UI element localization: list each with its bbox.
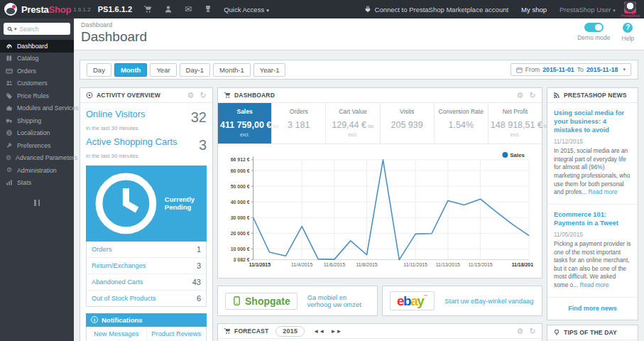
sidebar-item-label: Orders xyxy=(17,67,36,75)
avatar[interactable]: PrestaShop xyxy=(621,1,640,18)
panel-refresh-icon[interactable]: ↻ xyxy=(200,92,207,99)
returns-link[interactable]: Return/Exchanges xyxy=(92,262,146,269)
sidebar-item-orders[interactable]: Orders xyxy=(0,65,74,77)
cart-icon xyxy=(224,328,231,335)
previous-year-button[interactable]: ◄◄ xyxy=(313,328,324,335)
filter-month-button[interactable]: Month xyxy=(114,63,148,77)
orders-link[interactable]: Orders xyxy=(92,246,111,253)
kpi-orders[interactable]: Orders 3 181 xyxy=(272,103,326,144)
product-reviews-cell[interactable]: Product Reviews 882 xyxy=(146,327,207,341)
filter-year-button[interactable]: Year xyxy=(150,63,176,77)
read-more-link[interactable]: Read more xyxy=(579,281,608,288)
prestashop-news-panel: PRESTASHOP NEWS Using social media for y… xyxy=(547,87,638,320)
kpi-sales[interactable]: Sales 411 759,00 €tax excl. xyxy=(218,103,272,144)
ebay-logo[interactable]: ebay™ xyxy=(390,291,435,310)
shopgate-link[interactable]: Ga mobiel en verhoog uw omzet xyxy=(307,294,370,308)
sidebar-item-catalog[interactable]: Catalog xyxy=(0,53,74,65)
avatar-image xyxy=(624,1,636,13)
kpi-value: 205 939 xyxy=(391,120,423,130)
active-carts-link[interactable]: Active Shopping Carts xyxy=(86,136,178,147)
panel-settings-gear-icon[interactable]: ⚙ xyxy=(517,92,524,99)
collapse-menu-button[interactable] xyxy=(0,200,74,206)
sidebar-item-preferences[interactable]: Preferences xyxy=(0,139,74,152)
help-label: Help xyxy=(622,35,634,42)
filter-month-1-button[interactable]: Month-1 xyxy=(213,63,251,77)
panel-refresh-icon[interactable]: ↻ xyxy=(530,92,536,99)
to-label: To xyxy=(577,66,584,73)
svg-text:40 000 €: 40 000 € xyxy=(231,200,250,205)
sidebar-item-modules[interactable]: Modules and Services xyxy=(0,102,74,115)
ebay-link[interactable]: Start uw eBay-winkel vandaag xyxy=(444,298,533,305)
book-icon xyxy=(6,55,13,62)
sidebar-item-price-rules[interactable]: Price Rules xyxy=(0,90,74,102)
kpi-label: Conversion Rate xyxy=(437,108,486,115)
sidebar-item-stats[interactable]: Stats xyxy=(0,177,74,190)
my-shop-link[interactable]: My shop xyxy=(521,6,547,13)
tips-of-the-day-panel: TIPS OF THE DAY ingenico Payment service… xyxy=(547,325,638,341)
kpi-value: 148 918,51 € xyxy=(491,120,542,130)
product-reviews-link[interactable]: Product Reviews xyxy=(150,330,204,337)
kpi-label: Sales xyxy=(220,108,269,115)
kpi-label: Net Profit xyxy=(491,108,540,115)
sidebar-item-localization[interactable]: Localization xyxy=(0,127,74,140)
sidebar-item-advanced-parameters[interactable]: ⚙ Advanced Parameters xyxy=(0,152,74,165)
active-carts-value: 3 xyxy=(199,138,207,152)
sidebar-item-dashboard[interactable]: Dashboard xyxy=(0,40,74,53)
demo-mode-toggle[interactable] xyxy=(584,23,604,32)
person-icon[interactable] xyxy=(164,5,173,13)
new-messages-link[interactable]: New Messages xyxy=(89,330,143,337)
brand-title[interactable]: PrestaShop xyxy=(21,4,71,15)
prestashop-logo-icon[interactable] xyxy=(4,3,17,16)
shopgate-logo[interactable]: Shopgate xyxy=(225,293,298,310)
news-article: Using social media for your business: 4 … xyxy=(547,103,638,205)
panel-refresh-icon[interactable]: ↻ xyxy=(530,328,536,335)
trophy-icon[interactable] xyxy=(204,5,212,13)
kpi-net-profit[interactable]: Net Profit 148 918,51 €tax excl. xyxy=(489,103,542,144)
sidebar-item-administration[interactable]: ⚙ Administration xyxy=(0,164,74,177)
svg-text:11/6/2015: 11/6/2015 xyxy=(324,263,345,268)
filter-day-button[interactable]: Day xyxy=(87,63,111,77)
envelope-icon[interactable]: ✉ xyxy=(185,5,192,13)
puzzle-icon xyxy=(6,104,13,112)
new-messages-cell[interactable]: New Messages 144 xyxy=(87,327,146,341)
panel-settings-gear-icon[interactable]: ⚙ xyxy=(187,92,195,99)
help-icon[interactable] xyxy=(623,23,633,33)
kpi-value: 411 759,00 € xyxy=(220,120,271,130)
sidebar-item-label: Price Rules xyxy=(17,92,49,99)
kpi-value: 3 181 xyxy=(288,120,310,130)
search-input[interactable] xyxy=(20,26,55,33)
search-scope-caret-icon[interactable]: ▾ xyxy=(14,26,17,32)
calendar-icon xyxy=(516,67,523,73)
kpi-cart-value[interactable]: Cart Value 129,44 €tax excl. xyxy=(326,103,380,144)
news-article-title[interactable]: Ecommerce 101: Payments in a Tweet xyxy=(554,210,631,227)
online-visitors-link[interactable]: Online Visitors xyxy=(86,109,146,119)
abandoned-carts-link[interactable]: Abandoned Carts xyxy=(92,278,143,286)
user-menu[interactable]: PrestaShop User▾ xyxy=(560,6,616,13)
svg-text:Sales: Sales xyxy=(510,152,525,158)
read-more-link[interactable]: Read more xyxy=(588,188,617,195)
marketplace-link[interactable]: Connect to PrestaShop Marketplace accoun… xyxy=(364,6,509,13)
cart-icon[interactable] xyxy=(143,5,152,13)
news-article-title[interactable]: Using social media for your business: 4 … xyxy=(554,109,631,134)
kpi-conversion-rate[interactable]: Conversion Rate 1.54% xyxy=(435,103,489,144)
next-year-button[interactable]: ►► xyxy=(330,328,342,335)
find-more-news-link[interactable]: Find more news xyxy=(547,298,638,320)
sidebar-item-customers[interactable]: Customers xyxy=(0,77,74,90)
sidebar-search[interactable]: ▾ xyxy=(4,23,70,35)
filter-year-1-button[interactable]: Year-1 xyxy=(253,63,286,77)
shop-name[interactable]: PS1.6.1.2 xyxy=(98,5,132,13)
sidebar-item-shipping[interactable]: Shipping xyxy=(0,114,74,127)
out-of-stock-link[interactable]: Out of Stock Products xyxy=(92,295,155,302)
credit-card-icon xyxy=(6,67,13,75)
panel-settings-gear-icon[interactable]: ⚙ xyxy=(517,328,524,335)
phone-icon xyxy=(232,296,241,305)
top-bar: PrestaShop 1.6.1.2 PS1.6.1.2 ✉ Quick Acc… xyxy=(0,0,644,18)
gears-icon: ⚙ xyxy=(6,155,11,161)
svg-text:11/4/2015: 11/4/2015 xyxy=(291,263,312,268)
quick-access-menu[interactable]: Quick Access▾ xyxy=(224,6,269,13)
date-range-picker[interactable]: From 2015-11-01 To 2015-11-18 ▾ xyxy=(511,63,631,76)
breadcrumb[interactable]: Dashboard xyxy=(81,21,637,28)
kpi-visits[interactable]: Visits 205 939 xyxy=(381,103,435,144)
avatar-caption: PrestaShop xyxy=(621,13,640,18)
filter-day-1-button[interactable]: Day-1 xyxy=(180,63,210,77)
